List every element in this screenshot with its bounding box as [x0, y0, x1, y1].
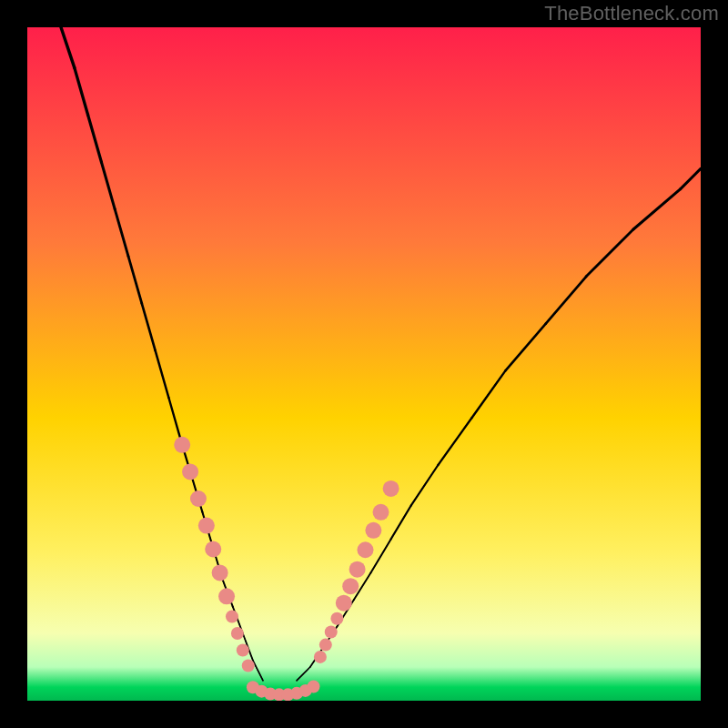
marker-floor [308, 680, 320, 693]
marker-right [336, 595, 352, 612]
marker-left [190, 490, 207, 507]
marker-left [242, 660, 255, 672]
marker-right [319, 639, 332, 652]
marker-right [373, 504, 389, 521]
marker-right [330, 612, 343, 625]
plot-area [27, 27, 701, 701]
marker-left [218, 588, 235, 604]
marker-left [174, 437, 190, 453]
marker-right [357, 541, 373, 558]
plot-svg [27, 27, 701, 701]
marker-left [182, 463, 198, 480]
marker-right [314, 651, 327, 663]
marker-left [231, 627, 244, 640]
marker-left [212, 564, 228, 581]
marker-right [349, 561, 366, 578]
marker-left [237, 644, 249, 657]
marker-right [383, 480, 399, 497]
chart-container: TheBottleneck.com [0, 0, 728, 728]
marker-right [365, 522, 381, 539]
marker-right [325, 626, 338, 639]
marker-left [198, 518, 215, 534]
marker-left [205, 541, 221, 558]
gradient-background [27, 27, 701, 701]
watermark-text: TheBottleneck.com [544, 2, 719, 25]
marker-left [226, 611, 238, 623]
marker-right [342, 578, 359, 594]
